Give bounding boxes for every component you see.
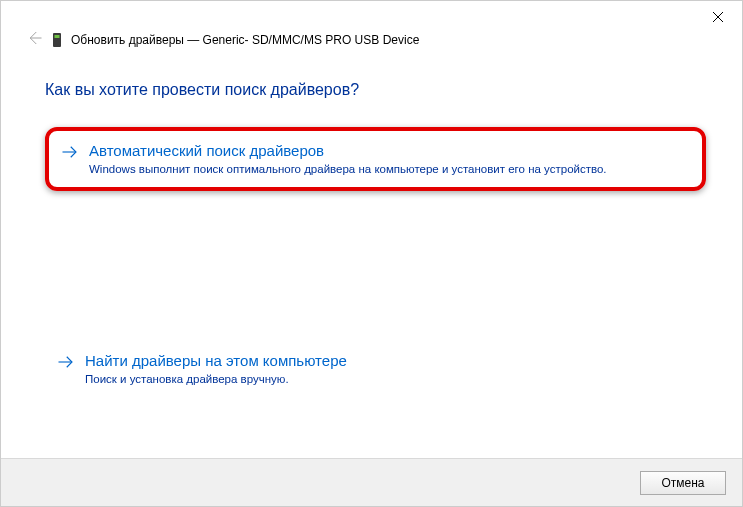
arrow-right-icon (61, 141, 79, 164)
close-icon (713, 12, 723, 22)
option-description: Поиск и установка драйвера вручную. (85, 373, 347, 385)
header: Обновить драйверы — Generic- SD/MMC/MS P… (25, 29, 419, 50)
arrow-left-icon (25, 29, 43, 47)
option-title: Автоматический поиск драйверов (89, 141, 607, 161)
svg-rect-4 (55, 35, 60, 38)
close-button[interactable] (702, 5, 734, 29)
page-heading: Как вы хотите провести поиск драйверов? (45, 81, 359, 99)
cancel-button[interactable]: Отмена (640, 471, 726, 495)
option-browse-computer[interactable]: Найти драйверы на этом компьютере Поиск … (45, 341, 706, 397)
back-button[interactable] (25, 29, 43, 50)
option-title: Найти драйверы на этом компьютере (85, 351, 347, 371)
option-description: Windows выполнит поиск оптимального драй… (89, 163, 607, 175)
option-auto-search[interactable]: Автоматический поиск драйверов Windows в… (45, 127, 706, 191)
window-title: Обновить драйверы — Generic- SD/MMC/MS P… (71, 33, 419, 47)
arrow-right-icon (57, 351, 75, 374)
footer: Отмена (1, 458, 742, 506)
device-icon (51, 32, 63, 48)
